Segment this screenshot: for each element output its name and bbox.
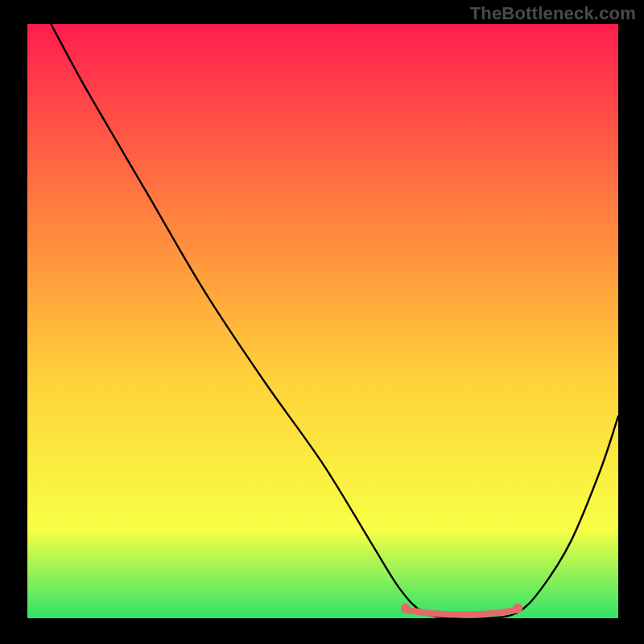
- watermark-label: TheBottleneck.com: [470, 3, 636, 24]
- chart-stage: TheBottleneck.com: [0, 0, 644, 644]
- chart-gradient-bg: [27, 24, 618, 618]
- chart-svg: [27, 24, 618, 618]
- optimal-band-end-dot: [513, 604, 522, 613]
- chart-plot-area: [27, 24, 618, 618]
- optimal-band-start-dot: [401, 604, 411, 613]
